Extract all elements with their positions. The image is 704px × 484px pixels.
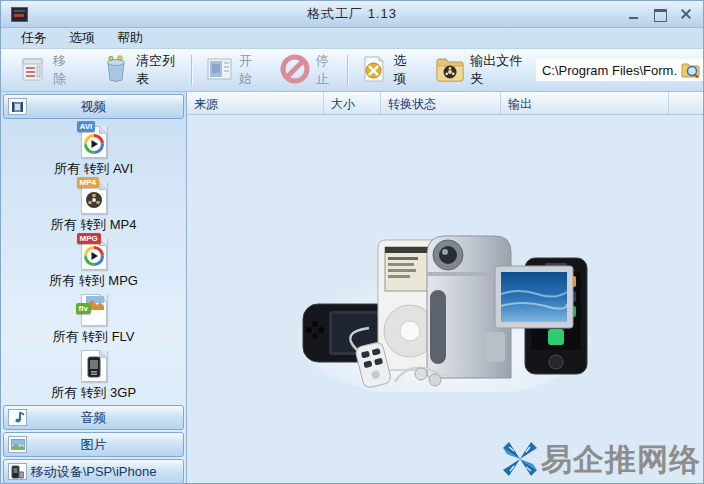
mobile-device-icon xyxy=(8,463,27,480)
output-folder-icon xyxy=(435,55,465,86)
item-label: 所有 转到 MPG xyxy=(49,272,138,290)
sidebar: 视频 AVI 所有 转到 AVI xyxy=(1,92,187,483)
item-label: 所有 转到 3GP xyxy=(51,384,136,402)
sidebar-item-all-to-flv[interactable]: flv 所有 转到 FLV xyxy=(1,291,186,347)
item-label: 所有 转到 FLV xyxy=(52,328,134,346)
picture-section-icon xyxy=(8,436,27,453)
column-output[interactable]: 输出 xyxy=(501,92,669,114)
sidebar-section-picture[interactable]: 图片 xyxy=(3,432,184,457)
watermark: 易企推网络 xyxy=(499,438,701,480)
stop-icon xyxy=(279,53,311,88)
toolbar-separator xyxy=(191,55,192,85)
titlebar: 格式工厂 1.13 xyxy=(1,1,703,28)
task-list-panel: 来源 大小 转换状态 输出 xyxy=(187,92,703,483)
item-label: 所有 转到 MP4 xyxy=(51,216,137,234)
app-window: 格式工厂 1.13 任务 选项 帮助 移除 xyxy=(0,0,704,484)
start-icon xyxy=(204,55,234,86)
sidebar-item-all-to-avi[interactable]: AVI 所有 转到 AVI xyxy=(1,123,186,179)
options-icon xyxy=(360,54,388,87)
window-title: 格式工厂 1.13 xyxy=(1,5,703,23)
sidebar-item-all-to-mp4[interactable]: MP4 所有 转到 MP4 xyxy=(1,179,186,235)
avi-player-icon xyxy=(83,131,105,155)
menu-help[interactable]: 帮助 xyxy=(113,28,147,48)
sidebar-section-video[interactable]: 视频 xyxy=(3,94,184,119)
watermark-text: 易企推网络 xyxy=(541,444,701,475)
menu-task[interactable]: 任务 xyxy=(17,28,51,48)
start-label: 开始 xyxy=(239,52,259,88)
browse-folder-icon[interactable] xyxy=(681,61,701,79)
minimize-icon[interactable] xyxy=(625,5,643,23)
output-folder-label: 输出文件夹 xyxy=(470,52,525,88)
output-path-value: C:\Program Files\Form. xyxy=(542,63,677,78)
phone-3gp-icon xyxy=(83,355,105,379)
watermark-logo-icon xyxy=(499,438,541,480)
column-filler xyxy=(669,92,703,114)
menu-options[interactable]: 选项 xyxy=(65,28,99,48)
mpg-player-icon xyxy=(83,243,105,267)
item-label: 所有 转到 AVI xyxy=(54,160,133,178)
mp4-tag: MP4 xyxy=(77,177,99,188)
clear-list-label: 清空列表 xyxy=(136,52,179,88)
mp4-reel-icon xyxy=(83,187,105,211)
options-button[interactable]: 选项 xyxy=(353,49,420,91)
devices-illustration xyxy=(299,232,591,392)
menubar: 任务 选项 帮助 xyxy=(1,28,703,49)
mobile-section-label: 移动设备\PSP\iPhone xyxy=(27,463,160,481)
remove-button[interactable]: 移除 xyxy=(13,49,80,91)
audio-section-label: 音频 xyxy=(27,409,160,427)
video-section-label: 视频 xyxy=(27,98,160,116)
column-source[interactable]: 来源 xyxy=(187,92,324,114)
sidebar-item-all-to-3gp[interactable]: 所有 转到 3GP xyxy=(1,347,186,403)
stop-label: 停止 xyxy=(316,52,336,88)
trash-icon xyxy=(101,54,131,87)
mpg-tag: MPG xyxy=(77,233,101,244)
column-convert-state[interactable]: 转换状态 xyxy=(381,92,501,114)
start-button[interactable]: 开始 xyxy=(197,49,266,91)
audio-section-icon xyxy=(8,409,27,426)
sidebar-section-audio[interactable]: 音频 xyxy=(3,405,184,430)
toolbar: 移除 清空列表 xyxy=(1,49,703,92)
table-header: 来源 大小 转换状态 输出 xyxy=(187,92,703,115)
clear-list-button[interactable]: 清空列表 xyxy=(94,49,186,91)
avi-tag: AVI xyxy=(77,121,96,132)
output-folder-button[interactable]: 输出文件夹 xyxy=(428,49,532,91)
sidebar-item-all-to-mpg[interactable]: MPG 所有 转到 MPG xyxy=(1,235,186,291)
sidebar-section-mobile-devices[interactable]: 移动设备\PSP\iPhone xyxy=(3,459,184,483)
picture-section-label: 图片 xyxy=(27,436,160,454)
options-label: 选项 xyxy=(393,52,413,88)
close-icon[interactable] xyxy=(677,5,695,23)
remove-icon xyxy=(20,55,48,86)
output-path-field[interactable]: C:\Program Files\Form. xyxy=(536,59,703,81)
stop-button[interactable]: 停止 xyxy=(272,49,343,91)
video-section-icon xyxy=(8,98,27,115)
maximize-icon[interactable] xyxy=(651,5,669,23)
column-size[interactable]: 大小 xyxy=(324,92,381,114)
toolbar-separator xyxy=(347,55,348,85)
remove-label: 移除 xyxy=(53,52,73,88)
flv-tag: flv xyxy=(76,303,91,314)
